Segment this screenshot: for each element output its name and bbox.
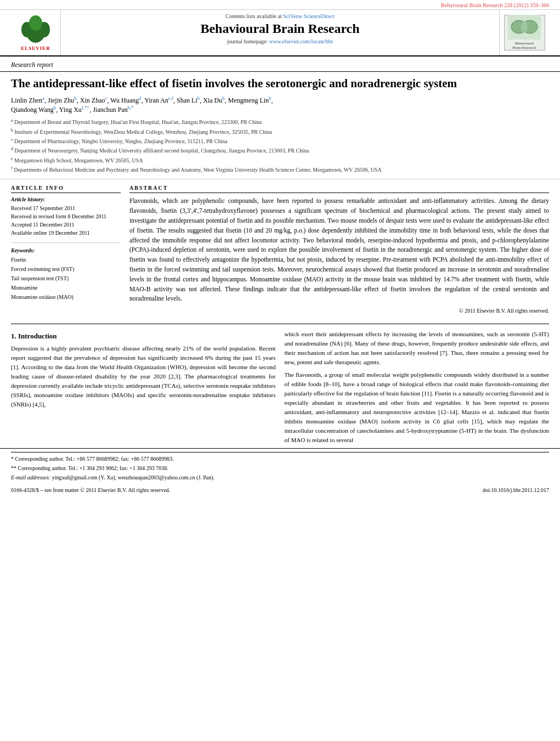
- affiliations: a Department of Breast and Thyroid Surge…: [11, 117, 549, 174]
- journal-logo-right: BehaviouralBrain Research: [500, 10, 549, 55]
- keywords-group: Keywords: Fisetin Forced swimming test (…: [11, 247, 121, 302]
- sciverse-text: Contents lists available at: [225, 13, 281, 19]
- brain-journal-icon: [508, 15, 541, 39]
- keyword-2: Forced swimming test (FST): [11, 264, 121, 274]
- intro-left-column: 1. Introduction Depression is a highly p…: [11, 330, 276, 449]
- article-title: The antidepressant-like effect of fiseti…: [11, 76, 549, 91]
- journal-ref-text: Behavioural Brain Research 228 (2012) 35…: [441, 2, 549, 8]
- affiliation-b: b Institute of Experimental Neurobiology…: [11, 127, 549, 136]
- intro-para3: The flavonoids, a group of small molecul…: [285, 370, 550, 445]
- available-date: Available online 19 December 2011: [11, 229, 121, 237]
- abstract-section-label: ABSTRACT: [129, 185, 549, 193]
- keyword-1: Fisetin: [11, 255, 121, 264]
- article-info-section-label: ARTICLE INFO: [11, 185, 121, 193]
- affiliation-d: d Department of Neurosurgery, Nanjing Me…: [11, 146, 549, 155]
- intro-right-column: which exert their antidepressant effects…: [285, 330, 550, 449]
- journal-logo-box: BehaviouralBrain Research: [504, 15, 545, 50]
- keyword-4: Monoamine: [11, 283, 121, 292]
- journal-header: ELSEVIER Contents lists available at Sci…: [0, 10, 560, 56]
- copyright-line: © 2011 Elsevier B.V. All rights reserved…: [129, 307, 549, 315]
- intro-para2: which exert their antidepressant effects…: [285, 330, 550, 367]
- accepted-date: Accepted 11 December 2011: [11, 220, 121, 229]
- keyword-5: Monoamine oxidase (MAO): [11, 292, 121, 302]
- footnote-divider: [11, 452, 549, 452]
- received-date: Received 17 September 2011: [11, 204, 121, 212]
- bottom-bar: 0166-4328/$ – see front matter © 2011 El…: [0, 485, 560, 495]
- homepage-link[interactable]: www.elsevier.com/locate/bbr: [269, 38, 333, 44]
- footnote-emails: E-mail addresses: yingxuf@gmail.com (Y. …: [11, 473, 549, 482]
- authors: Linlin Zhena, Jiejin Zhub, Xin Zhaoc, Wu…: [11, 95, 549, 114]
- sciverse-line: Contents lists available at SciVerse Sci…: [66, 13, 494, 19]
- elsevier-label: ELSEVIER: [19, 46, 52, 51]
- issn-text: 0166-4328/$ – see front matter © 2011 El…: [11, 487, 170, 493]
- doi-text: doi:10.1016/j.bbr.2011.12.017: [483, 487, 549, 493]
- article-title-section: The antidepressant-like effect of fiseti…: [0, 72, 560, 179]
- abstract-text: Flavonoids, which are polyphenolic compo…: [129, 196, 549, 315]
- keywords-label: Keywords:: [11, 247, 121, 253]
- footnote-star2: ** Corresponding author. Tel.: +1 304 29…: [11, 464, 549, 473]
- footnotes: * Corresponding author. Tel.: +86 577 86…: [0, 448, 560, 485]
- elsevier-tree-icon: [19, 14, 52, 44]
- journal-homepage: journal homepage: www.elsevier.com/locat…: [66, 38, 494, 44]
- history-label: Article history:: [11, 196, 121, 202]
- journal-title: Behavioural Brain Research: [66, 21, 494, 36]
- svg-point-8: [521, 21, 528, 32]
- affiliation-f: f Departments of Behavioral Medicine and…: [11, 165, 549, 174]
- section-divider: [11, 324, 549, 324]
- footnote-star1: * Corresponding author. Tel.: +86 577 86…: [11, 455, 549, 463]
- article-info-column: ARTICLE INFO Article history: Received 1…: [11, 185, 121, 318]
- intro-para1: Depression is a highly prevalent psychia…: [11, 344, 276, 409]
- intro-body-right: which exert their antidepressant effects…: [285, 330, 550, 445]
- divider-info: [11, 242, 121, 243]
- keywords-list: Fisetin Forced swimming test (FST) Tail …: [11, 255, 121, 302]
- body-section: ARTICLE INFO Article history: Received 1…: [0, 179, 560, 318]
- journal-center: Contents lists available at SciVerse Sci…: [60, 10, 500, 55]
- affiliation-a: a Department of Breast and Thyroid Surge…: [11, 117, 549, 126]
- affiliation-c: c Department of Pharmacology, Ningbo Uni…: [11, 137, 549, 145]
- affiliation-e: e Morgantown High School, Morgantown, WV…: [11, 156, 549, 165]
- email-label: E-mail addresses:: [11, 474, 50, 480]
- article-history-group: Article history: Received 17 September 2…: [11, 196, 121, 237]
- elsevier-logo: ELSEVIER: [11, 10, 60, 55]
- svg-point-4: [29, 15, 42, 31]
- page: Behavioural Brain Research 228 (2012) 35…: [0, 0, 560, 741]
- sciverse-link[interactable]: SciVerse ScienceDirect: [283, 13, 335, 19]
- article-type-label: Research report: [11, 61, 53, 69]
- introduction-section: 1. Introduction Depression is a highly p…: [0, 330, 560, 449]
- keyword-3: Tail suspension test (TST): [11, 274, 121, 283]
- abstract-column: ABSTRACT Flavonoids, which are polypheno…: [129, 185, 549, 318]
- intro-body-left: Depression is a highly prevalent psychia…: [11, 344, 276, 409]
- received-revised-date: Received in revised form 8 December 2011: [11, 212, 121, 220]
- intro-heading: 1. Introduction: [11, 332, 276, 341]
- abstract-paragraph: Flavonoids, which are polyphenolic compo…: [129, 196, 549, 304]
- article-type: Research report: [0, 56, 560, 72]
- email-addresses: yingxuf@gmail.com (Y. Xu), wenzhouupan20…: [52, 474, 215, 480]
- journal-reference-bar: Behavioural Brain Research 228 (2012) 35…: [0, 0, 560, 10]
- homepage-text: journal homepage:: [227, 38, 268, 44]
